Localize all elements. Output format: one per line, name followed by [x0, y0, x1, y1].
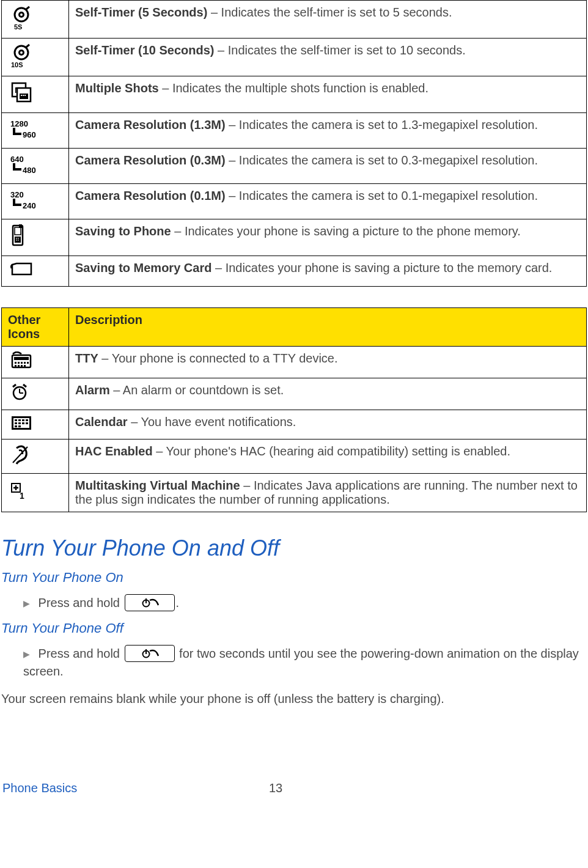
svg-rect-38 — [21, 365, 23, 367]
svg-text:240: 240 — [23, 201, 36, 210]
icon-term: Multiple Shots — [75, 81, 159, 95]
table-row: 320240Camera Resolution (0.1M) – Indicat… — [2, 184, 587, 219]
other-icons-header-right: Description — [69, 308, 587, 347]
table-row: HAC Enabled – Your phone's HAC (hearing … — [2, 440, 587, 474]
svg-rect-53 — [15, 425, 17, 427]
icon-description: – Your phone is connected to a TTY devic… — [98, 351, 338, 365]
save-card-icon — [2, 256, 69, 287]
icon-term: Saving to Phone — [75, 224, 171, 238]
step-text-suffix: . — [176, 596, 180, 609]
step-turn-on: ▶ Press and hold . — [23, 594, 588, 612]
table-row: MMultiple Shots – Indicates the multiple… — [2, 76, 587, 113]
calendar-icon — [2, 410, 69, 440]
icon-description: – An alarm or countdown is set. — [110, 383, 284, 397]
svg-rect-52 — [26, 422, 28, 424]
table-row: Saving to Memory Card – Indicates your p… — [2, 256, 587, 287]
svg-rect-28 — [19, 224, 22, 228]
svg-rect-39 — [24, 365, 26, 367]
res03-icon: 640480 — [2, 149, 69, 184]
footer-page-number: 13 — [269, 781, 282, 795]
note-paragraph: Your screen remains blank while your pho… — [1, 690, 587, 708]
svg-rect-25 — [18, 238, 19, 239]
svg-rect-22 — [15, 227, 21, 235]
svg-rect-54 — [18, 425, 21, 427]
description-cell: Alarm – An alarm or countdown is set. — [69, 378, 587, 410]
svg-text:960: 960 — [23, 130, 36, 139]
multishot-icon: M — [2, 76, 69, 113]
mvm-icon: 1 — [2, 474, 69, 512]
step-turn-off: ▶ Press and hold for two seconds until y… — [23, 645, 588, 680]
icon-term: Calendar — [75, 415, 128, 428]
table-row: 5SSelf-Timer (5 Seconds) – Indicates the… — [2, 1, 587, 39]
timer5-icon: 5S — [2, 1, 69, 39]
svg-rect-30 — [14, 357, 29, 360]
icon-term: Alarm — [75, 383, 110, 397]
timer10-icon: 10S — [2, 39, 69, 76]
icon-term: Self-Timer (5 Seconds) — [75, 6, 207, 19]
res01-icon: 320240 — [2, 184, 69, 219]
svg-rect-47 — [22, 419, 24, 421]
icon-term: TTY — [75, 351, 98, 365]
icon-description: – Indicates the camera is set to 0.1-meg… — [226, 189, 538, 202]
description-cell: Saving to Memory Card – Indicates your p… — [69, 256, 587, 287]
table-row: 1280960Camera Resolution (1.3M) – Indica… — [2, 113, 587, 149]
svg-rect-31 — [15, 362, 17, 364]
svg-rect-36 — [15, 365, 17, 367]
svg-rect-26 — [16, 240, 17, 241]
description-cell: Camera Resolution (1.3M) – Indicates the… — [69, 113, 587, 149]
svg-text:640: 640 — [10, 155, 24, 164]
svg-text:5S: 5S — [14, 23, 22, 30]
table-row: TTY – Your phone is connected to a TTY d… — [2, 347, 587, 378]
table-row: Alarm – An alarm or countdown is set. — [2, 378, 587, 410]
icon-description: – You have event notifications. — [128, 415, 296, 428]
svg-text:480: 480 — [23, 166, 36, 175]
svg-text:320: 320 — [10, 190, 24, 199]
other-icons-table: Other Icons Description TTY – Your phone… — [1, 307, 587, 512]
description-cell: Multiple Shots – Indicates the multiple … — [69, 76, 587, 113]
icon-term: Camera Resolution (0.3M) — [75, 153, 226, 167]
svg-rect-45 — [15, 419, 17, 421]
icon-description: – Indicates the self-timer is set to 10 … — [214, 43, 465, 57]
icon-term: HAC Enabled — [75, 444, 153, 458]
svg-point-6 — [20, 51, 23, 54]
description-cell: Camera Resolution (0.1M) – Indicates the… — [69, 184, 587, 219]
icon-description: – Indicates the self-timer is set to 5 s… — [207, 6, 452, 19]
svg-rect-12 — [21, 95, 22, 96]
table-row: 1Multitasking Virtual Machine – Indicate… — [2, 474, 587, 512]
svg-rect-48 — [26, 419, 28, 421]
res13-icon: 1280960 — [2, 113, 69, 149]
tty-icon — [2, 347, 69, 378]
description-cell: Saving to Phone – Indicates your phone i… — [69, 219, 587, 256]
step-text: Press and hold — [39, 647, 123, 660]
power-key-icon — [125, 594, 175, 611]
svg-rect-49 — [15, 422, 17, 424]
svg-text:10S: 10S — [11, 61, 23, 68]
save-phone-icon — [2, 219, 69, 256]
svg-rect-34 — [24, 362, 26, 364]
icon-description: – Indicates the camera is set to 1.3-meg… — [226, 118, 538, 131]
svg-text:1280: 1280 — [10, 119, 28, 128]
step-text: Press and hold — [39, 596, 123, 609]
footer-section-name: Phone Basics — [2, 781, 77, 795]
svg-rect-46 — [18, 419, 21, 421]
power-key-icon — [125, 645, 175, 662]
table-row: Calendar – You have event notifications. — [2, 410, 587, 440]
description-cell: HAC Enabled – Your phone's HAC (hearing … — [69, 440, 587, 474]
svg-rect-33 — [21, 362, 23, 364]
subheading-turn-on: Turn Your Phone On — [1, 570, 588, 586]
icon-description: – Indicates your phone is saving a pictu… — [211, 261, 552, 274]
svg-rect-50 — [18, 422, 21, 424]
icon-description: – Indicates the camera is set to 0.3-meg… — [226, 153, 538, 167]
svg-rect-32 — [18, 362, 20, 364]
svg-rect-37 — [18, 365, 20, 367]
section-heading-turn-on-off: Turn Your Phone On and Off — [1, 535, 588, 561]
svg-rect-13 — [23, 95, 24, 96]
svg-rect-35 — [27, 362, 29, 364]
icon-description: – Indicates the multiple shots function … — [159, 81, 428, 95]
icon-term: Camera Resolution (1.3M) — [75, 118, 226, 131]
description-cell: Camera Resolution (0.3M) – Indicates the… — [69, 149, 587, 184]
step-bullet-icon: ▶ — [23, 598, 30, 608]
hac-icon — [2, 440, 69, 474]
svg-rect-14 — [24, 95, 26, 96]
alarm-icon — [2, 378, 69, 410]
